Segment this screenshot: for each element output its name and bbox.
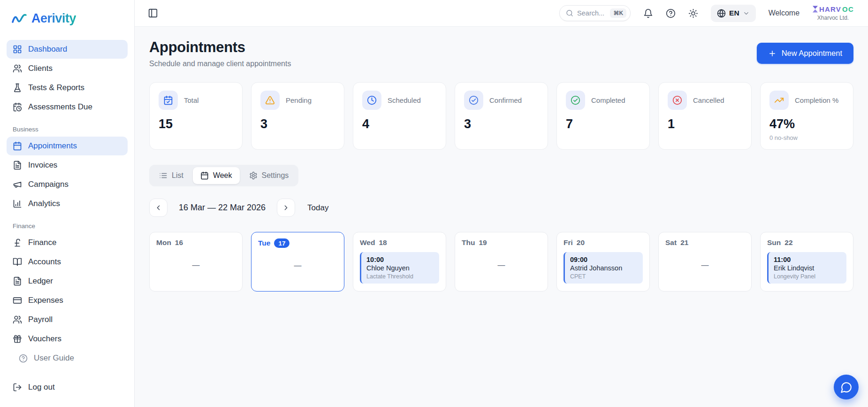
sidebar-item-payroll[interactable]: Payroll (7, 310, 128, 329)
day-date: 19 (479, 238, 487, 247)
sidebar-nav: Dashboard Clients Tests & Reports Assess… (7, 40, 128, 368)
hourglass-x-icon (812, 6, 818, 13)
search-input[interactable]: Search... ⌘K (559, 5, 631, 21)
no-appointments-placeholder: — (462, 247, 541, 285)
appointment-chip[interactable]: 11:00 Erik Lindqvist Longevity Panel (767, 252, 846, 284)
sidebar-item-label: Expenses (28, 296, 63, 305)
sidebar-item-finance[interactable]: Finance (7, 233, 128, 252)
sidebar-item-appointments[interactable]: Appointments (7, 137, 128, 155)
day-name: Thu (462, 238, 475, 247)
no-appointments-placeholder: — (258, 248, 337, 285)
sidebar-item-label: Vouchers (28, 334, 61, 344)
globe-icon (717, 9, 726, 18)
stat-label: Pending (286, 96, 312, 104)
day-card-mon-16[interactable]: Mon 16 — (149, 232, 243, 292)
stat-label: Cancelled (693, 96, 724, 104)
day-date: 21 (680, 238, 688, 247)
day-card-sun-22[interactable]: Sun 22 11:00 Erik Lindqvist Longevity Pa… (760, 232, 853, 292)
appointment-service: Longevity Panel (774, 273, 841, 280)
day-card-sat-21[interactable]: Sat 21 — (658, 232, 752, 292)
brand-name: Aerivity (31, 11, 76, 26)
day-card-tue-17[interactable]: Tue 17 — (251, 232, 344, 292)
calendar-check-icon (163, 95, 173, 105)
sidebar-item-dashboard[interactable]: Dashboard (7, 40, 128, 59)
sidebar-item-label: Clients (28, 64, 53, 73)
sidebar-item-accounts[interactable]: Accounts (7, 253, 128, 271)
tab-settings[interactable]: Settings (242, 167, 297, 184)
help-icon[interactable] (666, 8, 676, 18)
calendar-icon (13, 141, 22, 151)
new-appointment-label: New Appointment (782, 49, 842, 58)
welcome-text: Welcome (769, 9, 799, 17)
sidebar-item-tests-reports[interactable]: Tests & Reports (7, 78, 128, 97)
stat-label: Scheduled (388, 96, 421, 104)
sidebar-section-finance: Finance (7, 223, 128, 230)
next-week-button[interactable] (277, 199, 295, 217)
sidebar-item-ledger[interactable]: Ledger (7, 272, 128, 291)
stat-card-total: Total 15 (149, 82, 243, 150)
sidebar-item-user-guide[interactable]: User Guide (7, 349, 128, 368)
day-date: 16 (175, 238, 183, 247)
appointment-chip[interactable]: 10:00 Chloe Nguyen Lactate Threshold (360, 252, 439, 284)
sidebar-item-expenses[interactable]: Expenses (7, 291, 128, 310)
appointment-time: 10:00 (366, 256, 434, 263)
stat-card-completed: Completed 7 (556, 82, 650, 150)
today-button[interactable]: Today (307, 203, 328, 213)
bell-icon[interactable] (643, 8, 653, 18)
day-card-fri-20[interactable]: Fri 20 09:00 Astrid Johansson CPET (556, 232, 650, 292)
sidebar-item-label: Finance (28, 238, 56, 247)
sidebar-item-invoices[interactable]: Invoices (7, 156, 128, 175)
sidebar-item-analytics[interactable]: Analytics (7, 194, 128, 213)
sidebar: Aerivity Dashboard Clients Tests & Repor… (0, 0, 135, 407)
appointment-client: Chloe Nguyen (366, 264, 434, 272)
day-date: 20 (577, 238, 585, 247)
stat-value: 47% (769, 117, 844, 131)
flask-icon (13, 83, 22, 92)
stat-value: 1 (668, 117, 742, 131)
appointment-time: 11:00 (774, 256, 841, 263)
language-code: EN (729, 9, 739, 17)
tab-week[interactable]: Week (193, 167, 240, 184)
sidebar-item-clients[interactable]: Clients (7, 59, 128, 78)
new-appointment-button[interactable]: New Appointment (757, 43, 853, 64)
sidebar-item-label: Campaigns (28, 180, 69, 189)
main-area: Search... ⌘K EN Welcome (135, 0, 868, 407)
sidebar-item-assessments-due[interactable]: Assessments Due (7, 98, 128, 116)
day-date: 18 (379, 238, 387, 247)
file-text-icon (13, 276, 22, 286)
appointment-chip[interactable]: 09:00 Astrid Johansson CPET (563, 252, 643, 284)
sidebar-toggle-icon[interactable] (148, 8, 158, 18)
tab-label: List (172, 171, 183, 180)
check-circle-icon (469, 95, 479, 105)
stat-value: 3 (260, 117, 335, 131)
sidebar-item-label: Ledger (28, 276, 53, 286)
stat-value: 4 (362, 117, 437, 131)
stat-card-confirmed: Confirmed 3 (455, 82, 548, 150)
logout-button[interactable]: Log out (7, 378, 128, 397)
alert-triangle-icon (265, 95, 275, 105)
sidebar-item-label: Invoices (28, 161, 57, 170)
theme-toggle-sun-icon[interactable] (688, 8, 698, 18)
day-card-thu-19[interactable]: Thu 19 — (455, 232, 548, 292)
appointment-client: Erik Lindqvist (774, 264, 841, 272)
file-text-icon (13, 161, 22, 170)
tab-list[interactable]: List (152, 167, 191, 184)
company-logo-text-purple: HARV (819, 5, 841, 13)
calendar-icon (200, 171, 209, 180)
sidebar-item-vouchers[interactable]: Vouchers (7, 330, 128, 348)
stat-label: Completion % (795, 96, 838, 104)
prev-week-button[interactable] (149, 199, 168, 217)
stat-label: Completed (591, 96, 625, 104)
chat-button[interactable] (834, 375, 859, 399)
sidebar-item-label: Accounts (28, 257, 61, 267)
day-card-wed-18[interactable]: Wed 18 10:00 Chloe Nguyen Lactate Thresh… (353, 232, 446, 292)
app-logo: Aerivity (7, 8, 128, 27)
tab-label: Week (213, 171, 232, 180)
sidebar-item-label: Assessments Due (28, 102, 92, 112)
sidebar-item-campaigns[interactable]: Campaigns (7, 175, 128, 194)
language-selector[interactable]: EN (711, 5, 756, 22)
topbar: Search... ⌘K EN Welcome (135, 0, 868, 27)
stat-value: 3 (464, 117, 539, 131)
day-date: 22 (784, 238, 792, 247)
appointment-service: Lactate Threshold (366, 273, 434, 280)
